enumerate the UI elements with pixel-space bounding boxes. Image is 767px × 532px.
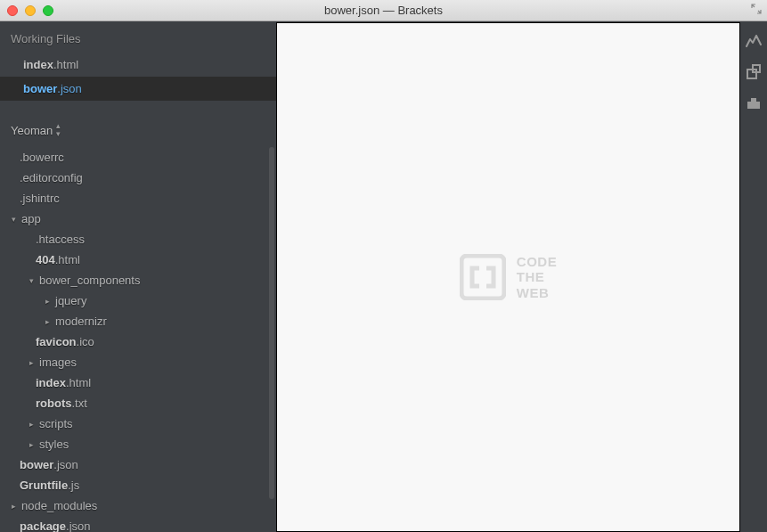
- tree-item-extension: .json: [66, 520, 90, 532]
- tree-item-label: .bowerrc: [20, 151, 64, 164]
- tree-item-label: .htaccess: [36, 233, 85, 246]
- tree-item-label: package: [20, 520, 66, 532]
- tree-item-label: styles: [39, 438, 69, 451]
- working-file-item[interactable]: bower.json: [0, 77, 276, 101]
- chevron-right-icon[interactable]: ▸: [43, 297, 52, 306]
- tree-folder[interactable]: ▸styles: [0, 434, 276, 454]
- placeholder-line-3: WEB: [517, 285, 557, 300]
- project-header[interactable]: Yeoman ▴▾: [0, 117, 276, 147]
- tree-item-extension: .js: [68, 479, 79, 492]
- tree-folder[interactable]: ▸modernizr: [0, 311, 276, 331]
- svg-rect-0: [461, 256, 504, 299]
- tree-file[interactable]: .bowerrc: [0, 147, 276, 168]
- tree-item-label: app: [21, 212, 41, 225]
- live-preview-icon[interactable]: [746, 34, 762, 48]
- working-files-header: Working Files: [0, 21, 276, 53]
- tree-folder[interactable]: ▸jquery: [0, 291, 276, 311]
- chevron-right-icon[interactable]: ▸: [27, 440, 36, 449]
- editor-area[interactable]: CODE THE WEB: [276, 22, 740, 532]
- tree-file[interactable]: .editorconfig: [0, 168, 276, 188]
- tree-item-label: 404: [36, 253, 55, 266]
- tree-item-label: .jshintrc: [20, 192, 60, 205]
- tree-item-label: jquery: [55, 294, 86, 307]
- tree-item-label: scripts: [39, 417, 73, 430]
- tree-folder[interactable]: ▾bower_components: [0, 270, 276, 291]
- file-basename: index: [23, 58, 53, 71]
- tree-folder[interactable]: ▸images: [0, 352, 276, 372]
- tree-item-extension: .txt: [71, 397, 86, 410]
- working-file-item[interactable]: index.html: [0, 53, 276, 77]
- chevron-right-icon[interactable]: ▸: [27, 358, 36, 367]
- window-titlebar[interactable]: bower.json — Brackets: [0, 0, 767, 21]
- placeholder-line-1: CODE: [517, 254, 557, 269]
- tree-file[interactable]: robots.txt: [0, 393, 276, 413]
- tree-item-label: index: [36, 376, 66, 389]
- tree-file[interactable]: .jshintrc: [0, 188, 276, 209]
- tree-file[interactable]: favicon.ico: [0, 331, 276, 352]
- tree-item-label: images: [39, 356, 77, 369]
- tree-file[interactable]: package.json: [0, 516, 276, 532]
- file-basename: bower: [23, 82, 57, 95]
- right-toolbar: [740, 21, 767, 532]
- tree-item-extension: .json: [53, 458, 78, 471]
- tree-item-label: bower_components: [39, 274, 140, 287]
- chevron-down-icon[interactable]: ▾: [9, 215, 18, 224]
- tree-item-label: modernizr: [55, 315, 107, 328]
- brackets-logo-icon: [460, 254, 506, 300]
- tree-folder[interactable]: ▾app: [0, 209, 276, 229]
- tree-scrollbar[interactable]: [269, 147, 274, 499]
- fullscreen-icon[interactable]: [751, 4, 762, 17]
- chevron-right-icon[interactable]: ▸: [27, 420, 36, 429]
- working-files-list: index.htmlbower.json: [0, 53, 276, 101]
- file-extension: .json: [57, 82, 81, 95]
- window-title: bower.json — Brackets: [0, 4, 767, 17]
- tree-item-label: bower: [20, 458, 53, 471]
- window-zoom-button[interactable]: [43, 5, 53, 16]
- file-extension: .html: [53, 58, 78, 71]
- traffic-lights: [0, 5, 53, 16]
- tree-item-extension: .html: [66, 376, 91, 389]
- chevron-down-icon[interactable]: ▾: [27, 276, 36, 285]
- window-minimize-button[interactable]: [25, 5, 36, 16]
- tree-item-extension: .ico: [77, 335, 94, 348]
- tree-file[interactable]: 404.html: [0, 250, 276, 270]
- project-section: Yeoman ▴▾ .bowerrc.editorconfig.jshintrc…: [0, 101, 276, 532]
- project-sort-icon: ▴▾: [56, 122, 61, 138]
- extension-manager-icon[interactable]: [746, 64, 762, 80]
- tree-file[interactable]: .htaccess: [0, 229, 276, 250]
- sidebar: Working Files index.htmlbower.json Yeoma…: [0, 21, 276, 532]
- chevron-right-icon[interactable]: ▸: [43, 317, 52, 326]
- plugin-icon[interactable]: [746, 96, 762, 110]
- tree-folder[interactable]: ▸node_modules: [0, 495, 276, 516]
- file-tree: .bowerrc.editorconfig.jshintrc▾app.htacc…: [0, 147, 276, 532]
- editor-placeholder: CODE THE WEB: [460, 254, 557, 300]
- tree-item-extension: .html: [55, 253, 80, 266]
- project-name: Yeoman: [11, 124, 53, 137]
- tree-file[interactable]: Gruntfile.js: [0, 475, 276, 495]
- window-close-button[interactable]: [7, 5, 18, 16]
- tree-item-label: robots: [36, 397, 71, 410]
- tree-item-label: .editorconfig: [20, 171, 83, 184]
- tree-folder[interactable]: ▸scripts: [0, 413, 276, 434]
- tree-file[interactable]: index.html: [0, 372, 276, 393]
- tree-item-label: Gruntfile: [20, 479, 68, 492]
- tree-file[interactable]: bower.json: [0, 454, 276, 475]
- placeholder-line-2: THE: [517, 269, 557, 284]
- tree-item-label: node_modules: [21, 499, 97, 512]
- tree-item-label: favicon: [36, 335, 77, 348]
- chevron-right-icon[interactable]: ▸: [9, 502, 18, 511]
